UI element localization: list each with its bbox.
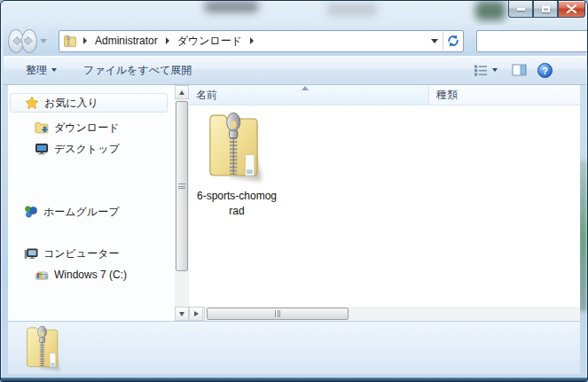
blurred-background-text xyxy=(204,1,259,12)
navigation-bar: Administrator ダウンロード xyxy=(4,26,586,56)
file-list-pane: 名前 種類 xyxy=(189,85,580,321)
star-icon xyxy=(25,96,39,110)
thumb-grip xyxy=(275,310,276,317)
views-icon xyxy=(474,64,489,77)
help-button[interactable]: ? xyxy=(537,63,553,78)
thumb-grip xyxy=(178,186,185,187)
drive-icon xyxy=(35,268,49,282)
column-headers: 名前 種類 xyxy=(189,85,580,105)
column-header-name[interactable]: 名前 xyxy=(189,85,429,105)
refresh-button[interactable] xyxy=(443,31,463,51)
extract-all-button[interactable]: ファイルをすべて展開 xyxy=(76,58,199,82)
command-bar: 整理 ファイルをすべて展開 ? xyxy=(4,56,586,85)
zip-folder-icon xyxy=(63,34,77,48)
desktop-icon xyxy=(35,142,49,156)
organize-button[interactable]: 整理 xyxy=(19,58,64,82)
refresh-icon xyxy=(446,34,460,48)
address-bar[interactable]: Administrator ダウンロード xyxy=(59,30,464,52)
preview-pane-icon xyxy=(512,64,527,76)
sidebar-scrollbar[interactable] xyxy=(175,85,189,321)
sidebar-item-windows7-c[interactable]: Windows 7 (C:) xyxy=(8,265,173,285)
close-icon xyxy=(567,4,576,13)
sidebar-item-downloads[interactable]: ダウンロード xyxy=(8,118,173,137)
download-folder-icon xyxy=(35,121,49,135)
breadcrumb-item-administrator[interactable]: Administrator xyxy=(93,32,160,50)
details-pane xyxy=(8,321,580,374)
sidebar-item-homegroup[interactable]: ホームグループ xyxy=(8,202,173,222)
thumb-grip xyxy=(178,188,185,189)
sidebar-item-label: ダウンロード xyxy=(54,121,119,136)
sidebar-item-favorites[interactable]: お気に入り xyxy=(10,93,168,113)
forward-button[interactable] xyxy=(21,29,37,53)
minimize-button[interactable] xyxy=(508,1,533,18)
sidebar-item-computer[interactable]: コンピューター xyxy=(8,244,173,263)
sidebar-item-desktop[interactable]: デスクトップ xyxy=(8,139,173,159)
maximize-icon xyxy=(542,6,550,12)
recent-pages-chevron[interactable] xyxy=(40,39,47,43)
thumb-grip xyxy=(278,310,278,317)
window-bottom-border xyxy=(1,378,588,381)
sort-ascending-icon xyxy=(302,86,309,90)
close-button[interactable] xyxy=(558,1,585,18)
organize-label: 整理 xyxy=(26,63,47,78)
column-label: 種類 xyxy=(436,88,458,103)
file-name-line2: rad xyxy=(189,204,285,219)
search-input[interactable] xyxy=(481,34,588,48)
column-header-type[interactable]: 種類 xyxy=(429,85,580,105)
scroll-up-button[interactable] xyxy=(175,85,189,99)
navigation-pane: お気に入り ダウンロード デスクトップ ホームグループ xyxy=(8,85,175,321)
arrow-up-icon xyxy=(179,90,184,95)
caption-buttons xyxy=(508,1,585,19)
arrow-down-icon xyxy=(179,312,184,316)
scroll-right-button[interactable] xyxy=(189,307,203,321)
sidebar-item-label: Windows 7 (C:) xyxy=(54,269,127,281)
extract-all-label: ファイルをすべて展開 xyxy=(83,63,192,78)
thumb-grip xyxy=(279,310,280,317)
chevron-down-icon xyxy=(51,68,57,72)
breadcrumb-separator-icon xyxy=(166,37,169,44)
scroll-down-button[interactable] xyxy=(175,307,189,321)
sidebar-item-label: コンピューター xyxy=(43,246,119,261)
zip-folder-icon xyxy=(25,324,64,373)
scrollbar-thumb[interactable] xyxy=(207,308,349,320)
forward-arrow-icon xyxy=(22,34,36,48)
horizontal-scrollbar[interactable] xyxy=(189,307,580,321)
arrow-right-icon xyxy=(194,311,199,316)
sidebar-item-label: お気に入り xyxy=(44,96,98,111)
sidebar-item-label: デスクトップ xyxy=(54,142,120,157)
homegroup-icon xyxy=(24,205,38,219)
sidebar-item-label: ホームグループ xyxy=(43,205,119,220)
toolbar-right-group: ? xyxy=(470,60,553,81)
scrollbar-thumb[interactable] xyxy=(176,101,188,271)
computer-icon xyxy=(24,246,38,261)
explorer-window: Administrator ダウンロード 整理 xyxy=(0,0,588,382)
file-item-zip[interactable]: 6-sports-chomog rad xyxy=(189,108,285,219)
chevron-down-icon xyxy=(492,68,498,72)
column-label: 名前 xyxy=(196,88,217,103)
breadcrumb-separator-icon xyxy=(250,37,254,44)
breadcrumb-separator-icon xyxy=(83,37,87,44)
chevron-down-icon xyxy=(431,39,438,43)
blurred-background-shape xyxy=(475,1,506,20)
thumb-grip xyxy=(178,183,185,184)
zip-folder-icon xyxy=(208,108,266,186)
minimize-icon xyxy=(517,8,525,11)
blurred-background-shape xyxy=(326,3,378,16)
preview-pane-button[interactable] xyxy=(510,60,529,80)
search-box xyxy=(476,30,588,52)
file-name-line1: 6-sports-chomog xyxy=(189,189,285,204)
breadcrumb-item-downloads[interactable]: ダウンロード xyxy=(176,31,244,51)
address-dropdown-button[interactable] xyxy=(427,31,443,51)
maximize-button[interactable] xyxy=(533,1,558,18)
views-button[interactable] xyxy=(470,60,501,81)
titlebar[interactable] xyxy=(2,1,588,26)
file-list-content[interactable]: 6-sports-chomog rad xyxy=(189,106,580,307)
